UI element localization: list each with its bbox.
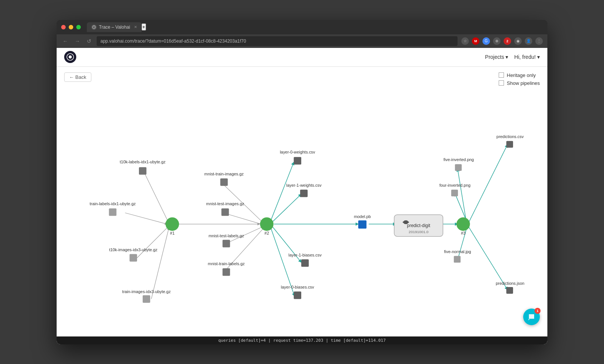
execution-label-3: #3 [461,230,465,235]
execution-label-1: #1 [170,230,174,235]
file-label-f14: five-inverted.png [444,157,474,162]
bookmark-icon[interactable]: ☆ [461,37,469,45]
svg-point-2 [69,55,72,58]
heritage-only-checkbox[interactable] [499,72,504,78]
ext-icon-1[interactable]: M [472,37,479,45]
file-label-f10: layer-1-weights.csv [286,183,322,187]
svg-line-22 [469,144,507,222]
file-label-f8: train-images-idx3-ubyte.gz [122,289,171,293]
file-node-f8[interactable] [143,295,150,303]
file-node-f13[interactable] [358,220,367,229]
file-node-f14[interactable] [455,164,462,171]
tab-close-icon[interactable]: ✕ [134,25,137,29]
forward-nav-button[interactable]: → [73,37,82,46]
ext-icon-6[interactable]: 👤 [525,37,532,45]
fullscreen-button[interactable] [76,25,81,29]
predict-node-version: 20191001.0 [409,229,429,233]
chat-badge: 1 [535,308,541,314]
reload-button[interactable]: ↺ [85,37,93,46]
file-label-f12: layer-0-biases.csv [281,284,314,289]
app-logo [64,51,76,63]
minimize-button[interactable] [69,25,73,29]
execution-node-2[interactable] [260,217,274,231]
file-label-f3: train-labels-idx1-ubyte.gz [90,201,136,206]
url-text: app.valohai.com/trace/?datum=016d5eaf-a5… [100,38,246,44]
execution-node-1[interactable] [166,217,179,231]
close-button[interactable] [61,25,66,29]
svg-line-20 [455,193,467,221]
status-bar: queries [default]=4 | request time=137.2… [57,336,547,344]
new-tab-button[interactable]: + [142,23,146,31]
file-node-f5[interactable] [129,254,137,261]
header-nav: Projects ▾ Hi, fredu! ▾ [485,54,540,60]
file-node-f4[interactable] [221,208,229,216]
app-header: Projects ▾ Hi, fredu! ▾ [57,48,547,67]
svg-line-4 [125,213,167,224]
file-label-f4: mnist-test-images.gz [206,201,244,206]
file-node-f6[interactable] [222,240,230,247]
file-node-f18[interactable] [506,287,513,293]
title-bar: Trace – Valohai ✕ + [57,20,547,34]
heritage-only-label: Heritage only [507,72,536,78]
svg-line-5 [137,226,169,258]
menu-icon[interactable]: ⋮ [535,37,543,45]
file-node-f9[interactable] [294,157,301,164]
file-node-f12[interactable] [294,291,301,299]
status-text: queries [default]=4 | request time=137.2… [218,338,386,343]
file-label-f13: model.pb [354,214,371,219]
file-node-f11[interactable] [301,259,309,267]
browser-window: Trace – Valohai ✕ + ← → ↺ app.valohai.co… [57,20,547,344]
user-menu[interactable]: Hi, fredu! ▾ [514,54,540,60]
file-node-f17[interactable] [506,141,513,147]
file-label-f16: five-normal.jpg [444,249,471,253]
tab-favicon [91,25,97,30]
back-button[interactable]: ← Back [64,72,91,82]
show-pipelines-option[interactable]: Show pipelines [499,80,540,86]
execution-node-3[interactable] [456,217,470,231]
trace-page: ← Back Heritage only Show pipelines [57,67,547,336]
ext-icon-3[interactable]: ⊕ [493,37,501,45]
active-tab[interactable]: Trace – Valohai ✕ [87,22,142,32]
ext-icon-4[interactable]: 2 [504,37,511,45]
ext-icon-2[interactable]: G [482,37,490,45]
file-node-f15[interactable] [451,189,458,196]
graph-canvas: t10k-labels-idx1-ubyte.gz train-labels-i… [57,67,547,336]
file-label-f2: mnist-train-images.gz [204,171,244,176]
projects-menu[interactable]: Projects ▾ [485,54,508,60]
page-content: Projects ▾ Hi, fredu! ▾ ← Back Heritage … [57,48,547,344]
file-label-f17: predictions.csv [496,134,524,138]
svg-line-6 [151,228,169,299]
file-node-f7[interactable] [222,268,230,276]
show-pipelines-checkbox[interactable] [499,80,504,86]
svg-line-19 [458,169,466,221]
file-label-f7: mnist-train-labels.gz [208,261,245,266]
svg-line-3 [144,172,169,223]
file-node-f16[interactable] [454,256,461,263]
svg-line-12 [270,162,294,222]
address-bar: ← → ↺ app.valohai.com/trace/?datum=016d5… [57,34,547,48]
show-pipelines-label: Show pipelines [507,80,540,86]
file-label-f1: t10k-labels-idx1-ubyte.gz [120,160,166,164]
file-label-f11: layer-1-biases.csv [288,253,322,257]
file-node-f10[interactable] [300,189,308,197]
chat-button[interactable]: 1 [523,309,540,325]
file-node-f1[interactable] [139,167,146,175]
heritage-only-option[interactable]: Heritage only [499,72,540,78]
predict-node-label: predict-digit [407,223,430,228]
ext-icon-5[interactable]: ◉ [514,37,522,45]
tab-title: Trace – Valohai [99,25,130,30]
traffic-lights [61,25,81,29]
chat-icon [527,313,536,321]
file-label-f6: mnist-test-labels.gz [208,233,244,238]
file-node-f2[interactable] [220,178,228,186]
svg-line-9 [223,213,263,225]
address-field[interactable]: app.valohai.com/trace/?datum=016d5eaf-a5… [97,36,458,46]
file-node-f3[interactable] [109,208,117,216]
tab-area: Trace – Valohai ✕ + [87,22,543,32]
file-label-f18: predictions.json [496,281,524,285]
svg-line-23 [469,227,507,290]
execution-label-2: #2 [265,230,269,235]
back-nav-button[interactable]: ← [61,37,69,46]
file-label-f9: layer-0-weights.csv [280,150,315,154]
logo-icon [64,51,76,63]
